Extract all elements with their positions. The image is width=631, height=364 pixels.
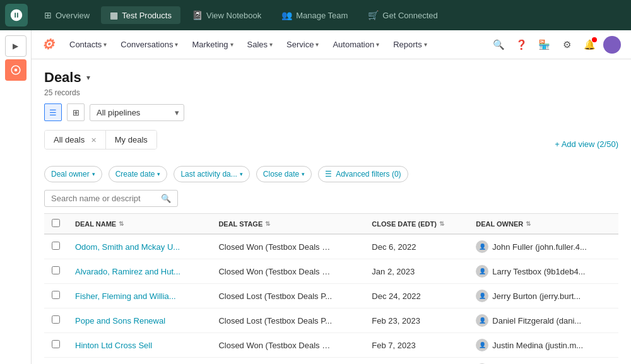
cell-deal-owner: 👤 John Fuller (john.fuller.4...	[468, 358, 618, 365]
tab-test-products[interactable]: ▦ Test Products	[101, 6, 180, 24]
filter-close-date[interactable]: Close date ▾	[256, 166, 312, 182]
select-all-checkbox[interactable]	[52, 219, 60, 227]
app-logo[interactable]	[5, 4, 28, 26]
search-input[interactable]	[51, 194, 157, 203]
table-row: Odom, Smith and Mckay U... Closed Won (T…	[44, 234, 618, 259]
cell-deal-owner: 👤 Justin Medina (justin.m...	[468, 333, 618, 358]
row-checkbox-cell	[44, 358, 68, 365]
chevron-down-icon: ▾	[424, 41, 427, 48]
th-deal-owner[interactable]: DEAL OWNER ⇅	[468, 214, 618, 235]
filter-last-activity[interactable]: Last activity da... ▾	[174, 166, 249, 182]
user-avatar[interactable]	[603, 36, 621, 54]
filter-deal-owner[interactable]: Deal owner ▾	[44, 166, 102, 182]
cell-deal-name: Cox Inc Upsell	[68, 358, 211, 365]
nav-actions: 🔍 ❓ 🏪 ⚙ 🔔	[490, 36, 621, 54]
notifications-icon[interactable]: 🔔	[581, 36, 598, 54]
th-deal-stage[interactable]: DEAL STAGE ⇅	[211, 214, 364, 235]
chevron-down-icon: ▾	[302, 171, 305, 177]
sort-icon: ⇅	[439, 220, 444, 227]
left-sidebar: ▶	[0, 30, 32, 364]
nav-automation[interactable]: Automation ▾	[326, 36, 386, 53]
cell-deal-name: Pope and Sons Renewal	[68, 308, 211, 333]
cell-deal-owner: 👤 Daniel Fitzgerald (dani...	[468, 308, 618, 333]
deal-name-link[interactable]: Odom, Smith and Mckay U...	[75, 242, 180, 252]
row-checkbox[interactable]	[52, 315, 60, 324]
nav-sales[interactable]: Sales ▾	[241, 36, 280, 53]
cell-deal-owner: 👤 John Fuller (john.fuller.4...	[468, 234, 618, 259]
notif-badge	[592, 37, 597, 42]
close-all-deals[interactable]: ✕	[91, 136, 97, 144]
cell-deal-name: Alvarado, Ramirez and Hut...	[68, 259, 211, 284]
view-tabs: All deals ✕ My deals	[44, 130, 157, 150]
hubspot-icon[interactable]	[5, 59, 27, 81]
nav-service[interactable]: Service ▾	[280, 36, 325, 53]
table-row: Cox Inc Upsell Decision Maker Bought-In …	[44, 358, 618, 365]
owner-avatar: 👤	[476, 339, 488, 351]
cell-deal-stage: Closed Lost (Testbox Deals P...	[211, 284, 364, 308]
cell-close-date: Dec 6, 2022	[364, 234, 468, 259]
sort-icon: ⇅	[265, 220, 270, 227]
cell-deal-name: Hinton Ltd Cross Sell	[68, 333, 211, 358]
top-nav: ⊞ Overview ▦ Test Products 📓 View Notebo…	[0, 0, 631, 30]
deal-name-link[interactable]: Hinton Ltd Cross Sell	[75, 341, 152, 350]
cart-icon: 🛒	[368, 10, 379, 20]
cell-deal-stage: Decision Maker Bought-In (T...	[211, 358, 364, 365]
row-checkbox[interactable]	[52, 242, 60, 250]
advanced-filters-button[interactable]: ☰ Advanced filters (0)	[318, 166, 408, 182]
table-row: Pope and Sons Renewal Closed Lost (Testb…	[44, 308, 618, 333]
deals-toolbar: ☰ ⊞ All pipelines Sales Pipeline Enterpr…	[44, 103, 618, 121]
cell-deal-stage: Closed Won (Testbox Deals P...	[211, 234, 364, 259]
filter-create-date[interactable]: Create date ▾	[109, 166, 168, 182]
chevron-down-icon: ▾	[230, 41, 233, 48]
settings-icon[interactable]: ⚙	[558, 36, 575, 54]
nav-marketing[interactable]: Marketing ▾	[186, 36, 239, 53]
chevron-down-icon: ▾	[157, 171, 160, 177]
owner-avatar: 👤	[476, 290, 488, 302]
table-row: Fisher, Fleming and Willia... Closed Los…	[44, 284, 618, 308]
filter-row: Deal owner ▾ Create date ▾ Last activity…	[44, 166, 618, 182]
hs-nav: ⚙ Contacts ▾ Conversations ▾ Marketing ▾…	[32, 30, 631, 59]
chevron-down-icon: ▾	[103, 41, 107, 48]
th-close-date[interactable]: CLOSE DATE (EDT) ⇅	[364, 214, 468, 235]
nav-contacts[interactable]: Contacts ▾	[63, 36, 113, 53]
search-row: 🔍	[44, 190, 618, 207]
table-icon: ▦	[110, 10, 118, 20]
row-checkbox[interactable]	[52, 291, 60, 299]
deals-dropdown-arrow[interactable]: ▾	[86, 73, 90, 82]
pipeline-wrapper: All pipelines Sales Pipeline Enterprise …	[90, 104, 184, 121]
grid-icon: ⊞	[44, 10, 52, 20]
chevron-down-icon: ▾	[92, 171, 95, 177]
th-deal-name[interactable]: DEAL NAME ⇅	[68, 214, 211, 235]
tab-all-deals[interactable]: All deals ✕	[45, 131, 106, 149]
th-checkbox	[44, 214, 68, 235]
deal-name-link[interactable]: Pope and Sons Renewal	[75, 316, 165, 326]
cell-deal-name: Odom, Smith and Mckay U...	[68, 234, 211, 259]
cell-deal-owner: 👤 Jerry Burton (jerry.burt...	[468, 284, 618, 308]
cell-deal-stage: Closed Won (Testbox Deals P...	[211, 333, 364, 358]
tab-get-connected[interactable]: 🛒 Get Connected	[359, 6, 446, 24]
book-icon: 📓	[192, 10, 203, 20]
tab-my-deals[interactable]: My deals	[106, 131, 156, 149]
row-checkbox[interactable]	[52, 266, 60, 274]
hs-logo: ⚙	[42, 37, 54, 53]
chevron-down-icon: ▾	[269, 41, 273, 48]
table-row: Alvarado, Ramirez and Hut... Closed Won …	[44, 259, 618, 284]
grid-view-button[interactable]: ⊞	[67, 103, 85, 121]
deal-name-link[interactable]: Fisher, Fleming and Willia...	[75, 291, 176, 301]
nav-conversations[interactable]: Conversations ▾	[114, 36, 184, 53]
help-icon[interactable]: ❓	[512, 36, 530, 54]
tab-view-notebook[interactable]: 📓 View Notebook	[183, 6, 270, 24]
pipeline-select[interactable]: All pipelines Sales Pipeline Enterprise …	[90, 104, 184, 121]
deal-name-link[interactable]: Alvarado, Ramirez and Hut...	[75, 267, 180, 276]
tab-overview[interactable]: ⊞ Overview	[35, 6, 98, 24]
sidebar-toggle[interactable]: ▶	[5, 35, 27, 57]
nav-reports[interactable]: Reports ▾	[387, 36, 433, 53]
list-view-button[interactable]: ☰	[44, 103, 62, 121]
row-checkbox[interactable]	[52, 340, 60, 348]
main-content: ⚙ Contacts ▾ Conversations ▾ Marketing ▾…	[32, 30, 631, 364]
marketplace-icon[interactable]: 🏪	[535, 36, 553, 54]
cell-deal-name: Fisher, Fleming and Willia...	[68, 284, 211, 308]
tab-manage-team[interactable]: 👥 Manage Team	[273, 6, 357, 24]
search-icon[interactable]: 🔍	[490, 36, 507, 54]
add-view-button[interactable]: + Add view (2/50)	[555, 139, 618, 149]
